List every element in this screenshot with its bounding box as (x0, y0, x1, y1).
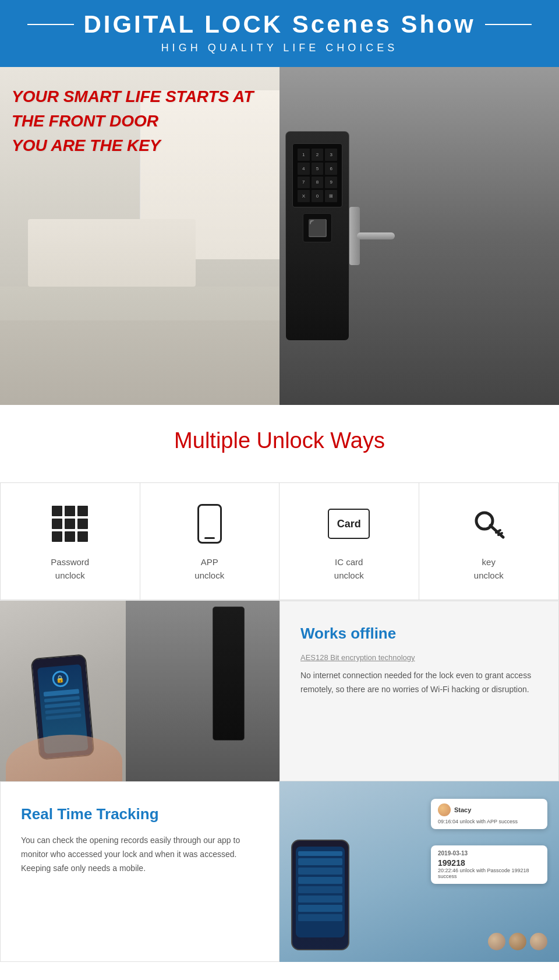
key-icon (473, 508, 505, 540)
notif-name-1: Stacy (454, 806, 471, 813)
card-icon-container: Card (291, 503, 407, 544)
offline-text-cell: Works offline AES128 Bit encryption tech… (280, 601, 559, 781)
hero-section: YOUR SMART LIFE STARTS AT THE FRONT DOOR… (0, 67, 559, 405)
hero-line-2: THE FRONT DOOR (12, 109, 253, 133)
header-banner: DIGITAL LOCK Scenes Show HIGH QUALITY LI… (0, 0, 559, 67)
key-1: 1 (298, 149, 310, 161)
notif-avatar-1 (438, 803, 451, 816)
title-line-left (27, 24, 74, 25)
unlock-grid: Passwordunclock APPunclock Card IC cardu… (0, 482, 559, 600)
title-line-right (485, 24, 532, 25)
key-3: 3 (325, 149, 337, 161)
key-label: keyunclock (431, 556, 547, 582)
notif-sub-2: 20:22:46 unlock with Passcode 199218 suc… (438, 868, 540, 879)
deco-ball-1 (488, 933, 505, 950)
unlock-item-password: Passwordunclock (1, 483, 140, 600)
unlock-title: Multiple Unlock Ways (12, 428, 547, 453)
tracking-title: Real Time Tracking (21, 805, 259, 823)
hero-line-3: YOU ARE THE KEY (12, 133, 253, 158)
tracking-phone (291, 840, 349, 950)
notification-card-1: Stacy 09:16:04 unlock with APP success (431, 799, 547, 829)
notif-code-2: 199218 (438, 858, 540, 868)
app-scene: 🔒 (0, 601, 280, 781)
notif-date-2: 2019-03-13 (438, 850, 540, 856)
key-star: ⊞ (325, 190, 337, 202)
tracking-image-cell: Stacy 09:16:04 unlock with APP success 2… (280, 781, 559, 962)
notification-card-2: 2019-03-13 199218 20:22:46 unlock with P… (431, 845, 547, 884)
password-icon (12, 503, 128, 544)
decorative-balls (488, 933, 547, 950)
key-5: 5 (312, 163, 324, 175)
app-icon (152, 503, 268, 544)
features-section: 🔒 Works offline AES128 Bit encryption te… (0, 600, 559, 962)
key-icon-container (431, 503, 547, 544)
password-label: Passwordunclock (12, 556, 128, 582)
key-0: 0 (312, 190, 324, 202)
header-title-text: DIGITAL LOCK Scenes Show (83, 10, 475, 38)
unlock-item-key: keyunclock (419, 483, 559, 600)
key-8: 8 (312, 177, 324, 189)
key-7: 7 (298, 177, 310, 189)
header-subtitle: HIGH QUALITY LIFE CHOICES (12, 42, 547, 54)
key-2: 2 (312, 149, 324, 161)
keypad: 1 2 3 4 5 6 7 8 9 X 0 ⊞ (292, 143, 342, 207)
app-photo-cell: 🔒 (0, 601, 280, 781)
offline-link[interactable]: AES128 Bit encryption technology (300, 653, 538, 662)
header-title: DIGITAL LOCK Scenes Show (12, 10, 547, 38)
fingerprint-area: ⬛ (303, 213, 332, 242)
unlock-section: Multiple Unlock Ways (0, 405, 559, 482)
key-6: 6 (325, 163, 337, 175)
hero-image-left: YOUR SMART LIFE STARTS AT THE FRONT DOOR… (0, 67, 280, 405)
key-x: X (298, 190, 310, 202)
offline-title: Works offline (300, 625, 538, 643)
tracking-description: You can check the opening records easily… (21, 834, 259, 875)
hero-image-right: 1 2 3 4 5 6 7 8 9 X 0 ⊞ ⬛ (280, 67, 559, 405)
deco-ball-3 (530, 933, 547, 950)
card-label: IC cardunclock (291, 556, 407, 582)
tracking-screen (296, 847, 345, 937)
card-icon: Card (328, 509, 370, 539)
hero-line-1: YOUR SMART LIFE STARTS AT (12, 84, 253, 109)
unlock-item-app: APPunclock (140, 483, 280, 600)
app-label: APPunclock (152, 556, 268, 582)
hero-text: YOUR SMART LIFE STARTS AT THE FRONT DOOR… (12, 84, 253, 158)
deco-ball-2 (509, 933, 526, 950)
tracking-text-cell: Real Time Tracking You can check the ope… (0, 781, 280, 962)
svg-line-3 (498, 533, 502, 535)
key-9: 9 (325, 177, 337, 189)
app-lock-icon: 🔒 (51, 670, 69, 688)
door-handle (349, 207, 360, 265)
notif-time-1: 09:16:04 unlock with APP success (438, 819, 540, 824)
unlock-item-card: Card IC cardunclock (280, 483, 419, 600)
offline-description: No internet connection needed for the lo… (300, 669, 538, 697)
key-4: 4 (298, 163, 310, 175)
